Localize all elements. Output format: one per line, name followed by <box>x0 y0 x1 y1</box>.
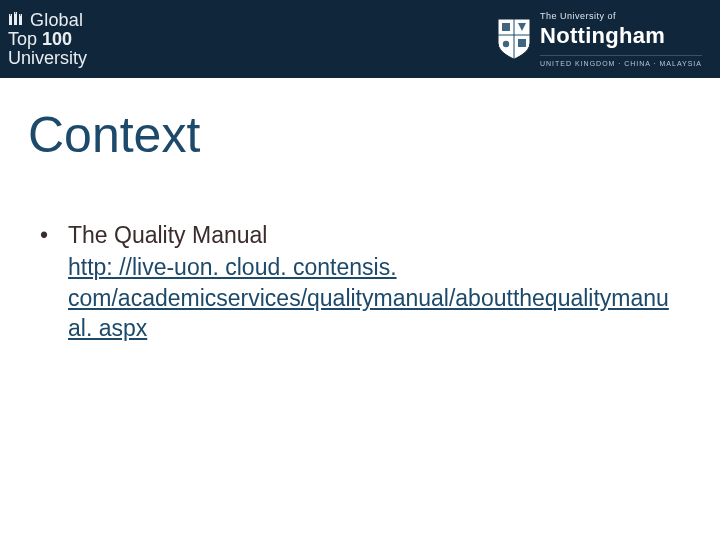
slide-title: Context <box>28 106 720 164</box>
svg-rect-3 <box>9 14 10 16</box>
header-separator <box>0 78 720 84</box>
header-bar: Global Top 100 University <box>0 0 720 78</box>
ranking-line1: Global <box>30 10 83 30</box>
university-campuses: UNITED KINGDOM · CHINA · MALAYSIA <box>540 55 702 67</box>
svg-rect-6 <box>16 12 17 14</box>
quality-manual-link[interactable]: http: //live-uon. cloud. contensis. com/… <box>68 254 669 341</box>
svg-rect-11 <box>502 23 510 31</box>
university-text: The University of Nottingham UNITED KING… <box>540 11 702 67</box>
bullet-item: • The Quality Manual http: //live-uon. c… <box>40 220 680 343</box>
university-prefix: The University of <box>540 11 702 21</box>
slide: Global Top 100 University <box>0 0 720 540</box>
university-logo: The University of Nottingham UNITED KING… <box>496 11 702 67</box>
svg-rect-2 <box>19 16 22 25</box>
ranking-line2-prefix: Top <box>8 29 42 49</box>
castle-icon <box>8 10 24 30</box>
ranking-line3: University <box>8 49 87 68</box>
ranking-badge: Global Top 100 University <box>8 10 87 68</box>
svg-rect-13 <box>518 39 526 47</box>
svg-rect-0 <box>9 16 12 25</box>
svg-rect-7 <box>19 14 20 16</box>
bullet-text: The Quality Manual <box>68 220 680 250</box>
svg-point-12 <box>503 41 509 47</box>
bullet-marker: • <box>40 220 68 343</box>
shield-icon <box>496 17 532 61</box>
svg-rect-1 <box>14 14 17 25</box>
ranking-line2-number: 100 <box>42 29 72 49</box>
svg-rect-5 <box>14 12 15 14</box>
svg-rect-8 <box>21 14 22 16</box>
svg-rect-4 <box>11 14 12 16</box>
university-name: Nottingham <box>540 23 702 49</box>
slide-body: • The Quality Manual http: //live-uon. c… <box>40 220 680 343</box>
bullet-content: The Quality Manual http: //live-uon. clo… <box>68 220 680 343</box>
